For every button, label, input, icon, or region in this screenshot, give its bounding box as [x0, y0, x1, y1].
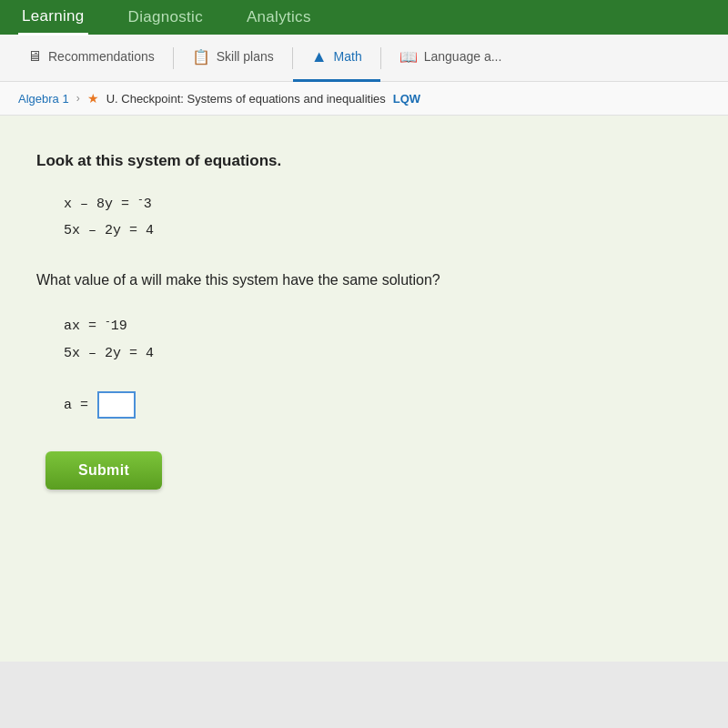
nav-diagnostic[interactable]: Diagnostic	[125, 1, 207, 34]
equation-1b: 5x – 2y = 4	[64, 218, 692, 245]
main-content: Look at this system of equations. x – 8y…	[0, 116, 728, 662]
skillplans-icon: 📋	[192, 48, 210, 66]
nav-analytics[interactable]: Analytics	[243, 1, 315, 34]
breadcrumb-star-icon: ★	[87, 91, 99, 106]
sub-prompt: What value of a will make this system ha…	[36, 269, 692, 291]
top-nav: Learning Diagnostic Analytics	[0, 0, 728, 35]
breadcrumb-unit: U. Checkpoint: Systems of equations and …	[106, 92, 386, 106]
tab-language[interactable]: 📖 Language a...	[381, 35, 521, 81]
breadcrumb-code: LQW	[393, 92, 420, 106]
answer-label: a =	[64, 398, 88, 413]
answer-row: a =	[64, 391, 692, 419]
equation-1a: x – 8y = -3	[64, 190, 692, 218]
tab-language-label: Language a...	[424, 49, 502, 64]
tab-recommendations[interactable]: 🖥 Recommendations	[9, 35, 173, 80]
equations-block-1: x – 8y = -3 5x – 2y = 4	[64, 190, 692, 244]
nav-learning[interactable]: Learning	[18, 0, 88, 35]
tab-skillplans[interactable]: 📋 Skill plans	[174, 35, 292, 81]
question-prompt: Look at this system of equations.	[36, 152, 692, 170]
tab-skillplans-label: Skill plans	[217, 49, 274, 64]
language-icon: 📖	[399, 48, 418, 66]
tab-bar: 🖥 Recommendations 📋 Skill plans ▲ Math 📖…	[0, 35, 728, 82]
equations-block-2: ax = -19 5x – 2y = 4	[64, 311, 692, 368]
breadcrumb: Algebra 1 › ★ U. Checkpoint: Systems of …	[0, 82, 728, 116]
equation-2b: 5x – 2y = 4	[64, 340, 692, 368]
tab-recommendations-label: Recommendations	[48, 49, 155, 64]
tab-math-label: Math	[334, 49, 362, 64]
breadcrumb-separator: ›	[76, 92, 80, 105]
equation-2a: ax = -19	[64, 311, 692, 340]
answer-input[interactable]	[97, 391, 136, 419]
breadcrumb-course[interactable]: Algebra 1	[18, 92, 69, 106]
tab-math[interactable]: ▲ Math	[293, 35, 380, 82]
recommendations-icon: 🖥	[27, 48, 42, 65]
submit-button[interactable]: Submit	[46, 451, 162, 490]
math-icon: ▲	[311, 47, 328, 66]
